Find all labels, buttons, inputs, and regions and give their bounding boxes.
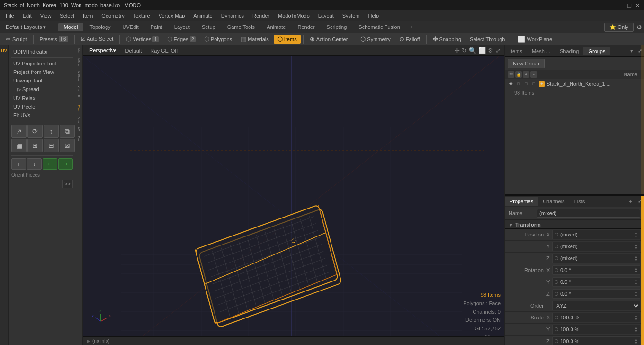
- tab-scripting[interactable]: Scripting: [321, 23, 353, 31]
- position-x-field[interactable]: (mixed) ▲ ▼: [552, 230, 640, 239]
- rp-tab-mesh[interactable]: Mesh ...: [527, 47, 555, 55]
- col-eye-icon[interactable]: 👁: [508, 71, 514, 78]
- fit-uvs-item[interactable]: Fit UVs: [9, 111, 75, 119]
- scale-z-arrows[interactable]: ▲ ▼: [635, 338, 638, 345]
- uv-projection-tool-item[interactable]: UV Projection Tool: [9, 59, 75, 68]
- tab-layout[interactable]: Layout: [169, 23, 196, 31]
- select-through-btn[interactable]: Select Through: [466, 36, 509, 43]
- snapping-btn[interactable]: ✤ Snapping: [429, 35, 465, 44]
- tab-setup[interactable]: Setup: [196, 23, 221, 31]
- pp-add-btn[interactable]: +: [626, 197, 636, 206]
- vp-zoom-icon[interactable]: 🔍: [469, 47, 476, 54]
- menu-select[interactable]: Select: [56, 12, 78, 19]
- tool-icon-7[interactable]: ⊟: [44, 139, 59, 152]
- tab-paint[interactable]: Paint: [145, 23, 168, 31]
- position-z-field[interactable]: (mixed) ▲ ▼: [552, 254, 640, 263]
- menu-item[interactable]: Item: [79, 12, 97, 19]
- action-center-btn[interactable]: ⊕ Action Center: [306, 35, 352, 44]
- side-tab-8[interactable]: LV: [76, 125, 82, 133]
- edges-btn[interactable]: ⬡ Edges 2: [163, 35, 199, 44]
- tool-icon-4[interactable]: ⧉: [60, 125, 75, 138]
- side-tab-9[interactable]: F...: [76, 134, 82, 143]
- pp-tab-properties[interactable]: Properties: [505, 197, 538, 206]
- group-item-1[interactable]: 👁 □ □ □ ✦ Stack_of_North_Korea_1 ...: [505, 79, 644, 89]
- vp-tab-default[interactable]: Default: [122, 47, 144, 54]
- tab-model[interactable]: Model: [58, 23, 84, 31]
- menu-system[interactable]: System: [339, 12, 364, 19]
- vp-rotate-icon[interactable]: ↻: [462, 47, 467, 54]
- menu-modotomodo[interactable]: ModoToModo: [274, 12, 313, 19]
- tab-uvedit[interactable]: UVEdit: [117, 23, 144, 31]
- workplane-btn[interactable]: ⬜ WorkPlane: [514, 35, 556, 44]
- rot-z-up-icon[interactable]: ▲: [635, 291, 638, 294]
- scale-x-up-icon[interactable]: ▲: [635, 314, 638, 318]
- minimize-btn[interactable]: —: [617, 2, 624, 9]
- maximize-btn[interactable]: □: [627, 2, 631, 9]
- rp-tab-groups[interactable]: Groups: [583, 47, 610, 55]
- presets-btn[interactable]: Presets F6: [36, 35, 72, 43]
- menu-dynamics[interactable]: Dynamics: [217, 12, 248, 19]
- item-eye-icon[interactable]: 👁: [508, 81, 514, 87]
- menu-animate[interactable]: Animate: [189, 12, 216, 19]
- side-tab-5[interactable]: E...: [76, 93, 82, 102]
- tool-icon-6[interactable]: ⊞: [27, 139, 43, 152]
- rotation-z-field[interactable]: 0.0 ° ▲ ▼: [552, 289, 640, 299]
- rot-x-arrows[interactable]: ▲ ▼: [635, 267, 638, 273]
- scale-x-field[interactable]: 100.0 % ▲ ▼: [552, 313, 640, 322]
- tab-render[interactable]: Render: [292, 23, 320, 31]
- spread-item[interactable]: ▷ Spread: [9, 85, 75, 94]
- order-select[interactable]: XYZ XZY YXZ YZX ZXY ZYX: [552, 301, 640, 310]
- pos-x-arrows[interactable]: ▲ ▼: [635, 231, 638, 238]
- scale-z-up-icon[interactable]: ▲: [635, 338, 638, 341]
- rot-x-down-icon[interactable]: ▼: [635, 270, 638, 273]
- tool-icon-3[interactable]: ↕: [44, 125, 59, 138]
- position-y-field[interactable]: (mixed) ▲ ▼: [552, 242, 640, 251]
- project-from-view-item[interactable]: Project from View: [9, 68, 75, 76]
- settings-gear-icon[interactable]: ⚙: [636, 24, 642, 31]
- item-lock-icon[interactable]: □: [515, 81, 522, 87]
- tool-icon-5[interactable]: ▦: [11, 139, 27, 152]
- pos-z-arrows[interactable]: ▲ ▼: [635, 255, 638, 262]
- tab-add-btn[interactable]: +: [406, 23, 417, 31]
- left-icon-1[interactable]: UV: [0, 47, 8, 54]
- side-tab-6[interactable]: Po...: [76, 103, 82, 114]
- menu-edit[interactable]: Edit: [19, 12, 36, 19]
- expand-btn[interactable]: >>: [62, 180, 73, 188]
- scale-y-arrows[interactable]: ▲ ▼: [635, 326, 638, 333]
- polygons-btn[interactable]: ⬡ Polygons: [200, 35, 236, 44]
- item-r-icon[interactable]: □: [523, 81, 529, 87]
- uv-relax-item[interactable]: UV Relax: [9, 94, 75, 102]
- scale-z-field[interactable]: 100.0 % ▲ ▼: [552, 336, 640, 345]
- vp-maximize-icon[interactable]: ⤢: [495, 47, 501, 54]
- pos-x-up-icon[interactable]: ▲: [635, 231, 638, 235]
- scale-z-down-icon[interactable]: ▼: [635, 341, 638, 345]
- close-btn[interactable]: ✕: [635, 2, 640, 9]
- col-render-icon[interactable]: ●: [523, 71, 529, 78]
- vp-tab-raygl[interactable]: Ray GL: Off: [147, 47, 180, 54]
- up-btn[interactable]: ↑: [11, 158, 26, 170]
- side-tab-7[interactable]: C...: [76, 115, 82, 125]
- menu-geometry[interactable]: Geometry: [98, 12, 128, 19]
- scale-y-up-icon[interactable]: ▲: [635, 326, 638, 329]
- menu-vertex-map[interactable]: Vertex Map: [155, 12, 189, 19]
- vp-frame-icon[interactable]: ⬜: [478, 47, 486, 54]
- items-btn[interactable]: ⬡ Items: [274, 35, 301, 44]
- symmetry-btn[interactable]: ⬡ Symmetry: [357, 35, 394, 44]
- vertices-btn[interactable]: ⬡ Vertices 1: [122, 35, 162, 44]
- scale-x-down-icon[interactable]: ▼: [635, 318, 638, 321]
- new-group-btn[interactable]: New Group: [508, 59, 545, 68]
- rp-tab-shading[interactable]: Shading: [555, 47, 583, 55]
- vp-settings-icon[interactable]: ⚙: [488, 47, 493, 54]
- viewport-canvas[interactable]: X Y Z 98 Items Polygons : Face Channels:…: [83, 56, 504, 345]
- col-lock-icon[interactable]: 🔒: [515, 71, 522, 78]
- menu-file[interactable]: File: [2, 12, 18, 19]
- left-btn[interactable]: ←: [43, 158, 57, 170]
- rot-y-up-icon[interactable]: ▲: [635, 279, 638, 282]
- rp-tab-dropdown[interactable]: ▾: [627, 46, 636, 55]
- falloff-btn[interactable]: ⊙ Falloff: [395, 35, 424, 44]
- pos-x-down-icon[interactable]: ▼: [635, 235, 638, 238]
- pos-y-up-icon[interactable]: ▲: [635, 243, 638, 246]
- only-button[interactable]: ⭐ Only: [604, 23, 634, 32]
- uv-peeler-item[interactable]: UV Peeler: [9, 102, 75, 111]
- tab-topology[interactable]: Topology: [84, 23, 116, 31]
